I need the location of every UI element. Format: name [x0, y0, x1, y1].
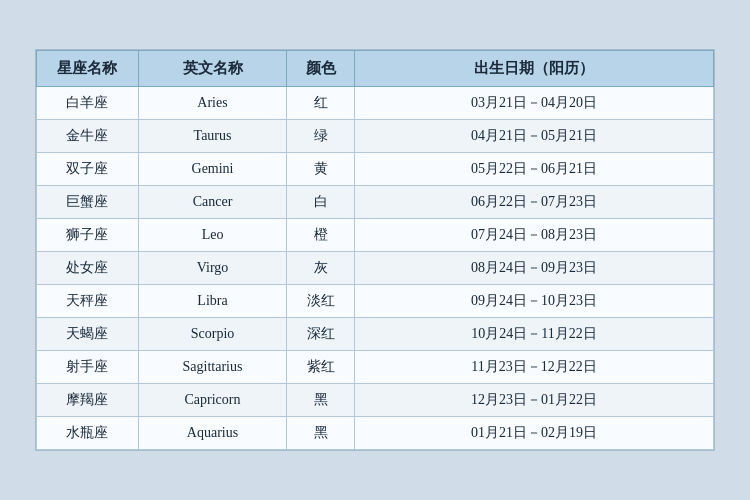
cell-color: 紫红: [287, 351, 355, 384]
header-color: 颜色: [287, 51, 355, 87]
cell-english-name: Cancer: [138, 186, 287, 219]
cell-dates: 04月21日－05月21日: [355, 120, 714, 153]
cell-dates: 11月23日－12月22日: [355, 351, 714, 384]
cell-dates: 10月24日－11月22日: [355, 318, 714, 351]
cell-chinese-name: 天秤座: [37, 285, 139, 318]
cell-chinese-name: 天蝎座: [37, 318, 139, 351]
cell-dates: 01月21日－02月19日: [355, 417, 714, 450]
cell-dates: 05月22日－06月21日: [355, 153, 714, 186]
cell-english-name: Aries: [138, 87, 287, 120]
table-row: 狮子座Leo橙07月24日－08月23日: [37, 219, 714, 252]
cell-dates: 07月24日－08月23日: [355, 219, 714, 252]
cell-chinese-name: 金牛座: [37, 120, 139, 153]
table-row: 白羊座Aries红03月21日－04月20日: [37, 87, 714, 120]
cell-color: 橙: [287, 219, 355, 252]
table-row: 处女座Virgo灰08月24日－09月23日: [37, 252, 714, 285]
table-header-row: 星座名称 英文名称 颜色 出生日期（阳历）: [37, 51, 714, 87]
cell-color: 红: [287, 87, 355, 120]
cell-chinese-name: 双子座: [37, 153, 139, 186]
table-row: 射手座Sagittarius紫红11月23日－12月22日: [37, 351, 714, 384]
table-body: 白羊座Aries红03月21日－04月20日金牛座Taurus绿04月21日－0…: [37, 87, 714, 450]
cell-chinese-name: 摩羯座: [37, 384, 139, 417]
table-row: 水瓶座Aquarius黑01月21日－02月19日: [37, 417, 714, 450]
zodiac-table: 星座名称 英文名称 颜色 出生日期（阳历） 白羊座Aries红03月21日－04…: [36, 50, 714, 450]
cell-dates: 09月24日－10月23日: [355, 285, 714, 318]
cell-english-name: Taurus: [138, 120, 287, 153]
cell-dates: 03月21日－04月20日: [355, 87, 714, 120]
cell-color: 深红: [287, 318, 355, 351]
cell-chinese-name: 射手座: [37, 351, 139, 384]
table-row: 双子座Gemini黄05月22日－06月21日: [37, 153, 714, 186]
cell-chinese-name: 狮子座: [37, 219, 139, 252]
table-row: 巨蟹座Cancer白06月22日－07月23日: [37, 186, 714, 219]
cell-color: 黑: [287, 384, 355, 417]
cell-english-name: Virgo: [138, 252, 287, 285]
cell-color: 绿: [287, 120, 355, 153]
cell-english-name: Capricorn: [138, 384, 287, 417]
cell-english-name: Sagittarius: [138, 351, 287, 384]
cell-english-name: Scorpio: [138, 318, 287, 351]
zodiac-table-container: 星座名称 英文名称 颜色 出生日期（阳历） 白羊座Aries红03月21日－04…: [35, 49, 715, 451]
cell-color: 淡红: [287, 285, 355, 318]
cell-chinese-name: 巨蟹座: [37, 186, 139, 219]
header-date: 出生日期（阳历）: [355, 51, 714, 87]
table-row: 摩羯座Capricorn黑12月23日－01月22日: [37, 384, 714, 417]
cell-dates: 08月24日－09月23日: [355, 252, 714, 285]
cell-english-name: Libra: [138, 285, 287, 318]
cell-color: 白: [287, 186, 355, 219]
cell-dates: 12月23日－01月22日: [355, 384, 714, 417]
cell-chinese-name: 白羊座: [37, 87, 139, 120]
cell-color: 黄: [287, 153, 355, 186]
cell-dates: 06月22日－07月23日: [355, 186, 714, 219]
cell-english-name: Aquarius: [138, 417, 287, 450]
header-english-name: 英文名称: [138, 51, 287, 87]
cell-english-name: Leo: [138, 219, 287, 252]
table-row: 天秤座Libra淡红09月24日－10月23日: [37, 285, 714, 318]
header-chinese-name: 星座名称: [37, 51, 139, 87]
cell-english-name: Gemini: [138, 153, 287, 186]
cell-color: 灰: [287, 252, 355, 285]
cell-chinese-name: 水瓶座: [37, 417, 139, 450]
cell-color: 黑: [287, 417, 355, 450]
table-row: 金牛座Taurus绿04月21日－05月21日: [37, 120, 714, 153]
cell-chinese-name: 处女座: [37, 252, 139, 285]
table-row: 天蝎座Scorpio深红10月24日－11月22日: [37, 318, 714, 351]
